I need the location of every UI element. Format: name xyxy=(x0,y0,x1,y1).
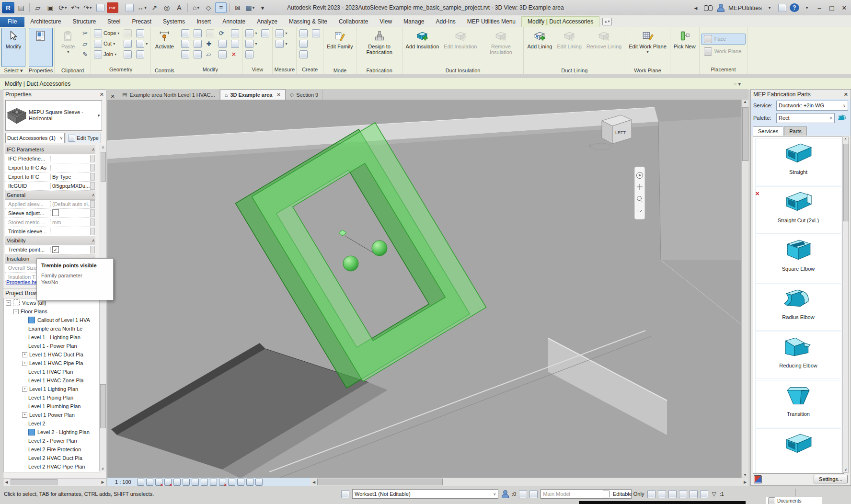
param-value[interactable]: 0i5gpqzMXDu... xyxy=(51,183,90,189)
app-store-icon[interactable] xyxy=(777,3,787,12)
tree-item-level-1-hvac-pipe-pla[interactable]: +Level 1 HVAC Pipe Pla xyxy=(4,359,100,367)
join-geometry-button[interactable]: Join▾ xyxy=(92,49,121,59)
tree-vertical-scrollbar[interactable]: ∨ xyxy=(99,298,106,471)
tree-item-level-1-hvac-plan[interactable]: Level 1 HVAC Plan xyxy=(4,367,100,376)
align-button[interactable] xyxy=(180,28,191,38)
measure-between-references-button[interactable]: ▾ xyxy=(274,28,288,38)
view-tab-close-icon[interactable]: ✕ xyxy=(107,93,118,100)
canvas-vertical-scrollbar[interactable]: ▲▼ xyxy=(741,100,748,478)
fabrication-config-icon[interactable] xyxy=(754,475,762,483)
tab-structure[interactable]: Structure xyxy=(67,17,102,27)
tree-item-level-2-hvac-pipe-plan[interactable]: Level 2 HVAC Pipe Plan xyxy=(4,462,100,471)
pick-new-button[interactable]: Pick New xyxy=(672,28,698,67)
edit-work-plane-button[interactable]: Edit Work Plane▾ xyxy=(627,28,668,67)
activate-button[interactable]: Activate xyxy=(152,28,176,67)
properties-scrollbar[interactable]: ∧ xyxy=(100,145,106,275)
edit-type-button[interactable]: Edit Type xyxy=(66,133,101,143)
worksharing-display-settings-icon[interactable] xyxy=(658,490,666,498)
apply-coping-button[interactable] xyxy=(122,28,133,38)
properties-close-icon[interactable]: ✕ xyxy=(100,92,104,98)
paste-button[interactable]: Paste▾ xyxy=(56,28,80,67)
close-inactive-views-icon[interactable]: ⊠ xyxy=(232,2,243,13)
worksets-icon[interactable] xyxy=(341,490,349,498)
split-face-button[interactable] xyxy=(122,49,133,59)
print-icon[interactable] xyxy=(94,2,106,13)
worksharing-display-icon[interactable] xyxy=(228,479,235,486)
tag-by-category-icon[interactable]: ◎ xyxy=(161,2,172,13)
move-button[interactable]: ✚ xyxy=(205,38,216,49)
tree-item-level-2-fire-protection[interactable]: Level 2 Fire Protection xyxy=(4,445,100,454)
param-equalize-box[interactable] xyxy=(90,173,95,181)
edit-insulation-button[interactable]: Edit Insulation xyxy=(442,28,479,67)
param-checkbox[interactable]: ✓ xyxy=(52,246,59,253)
ribbon-display-toggle[interactable]: ▴ ▾ xyxy=(602,18,612,25)
section-ifc-parameters[interactable]: IFC Parameters∧ xyxy=(5,145,95,154)
file-properties-icon[interactable]: ▤ xyxy=(15,2,27,13)
view-tab-section-9[interactable]: ◇Section 9 xyxy=(286,90,323,100)
edit-lining-button[interactable]: Edit Lining xyxy=(555,28,583,67)
part-item-transition[interactable]: Transition xyxy=(755,380,841,427)
switch-windows-icon[interactable]: ▦▾ xyxy=(244,2,256,13)
create-assembly-button[interactable] xyxy=(298,38,309,49)
tree-item-level-2-hvac-duct-pla[interactable]: Level 2 HVAC Duct Pla xyxy=(4,454,100,462)
account-icon[interactable] xyxy=(716,3,725,12)
tree-item-level-2-lighting-plan[interactable]: Level 2 - Lighting Plan xyxy=(4,428,100,436)
pin-button[interactable] xyxy=(205,28,216,38)
param-value[interactable]: By Type xyxy=(51,174,90,180)
tab-mep-utilities-menu[interactable]: MEP Utilities Menu xyxy=(461,17,521,27)
param-equalize-box[interactable] xyxy=(90,218,95,226)
tree-expander-icon[interactable]: + xyxy=(22,412,27,418)
type-selector[interactable]: MEPU Square Sleeve - Horizontal ▾ xyxy=(5,100,102,131)
tab-architecture[interactable]: Architecture xyxy=(24,17,67,27)
service-select[interactable]: Ductwork: +2in WG∨ xyxy=(776,101,848,111)
remove-lining-button[interactable]: Remove Lining xyxy=(585,28,623,67)
open-file-icon[interactable]: ▱ xyxy=(32,2,44,13)
tree-horizontal-scrollbar[interactable]: ◀▶ xyxy=(3,478,106,486)
mep-panel-close-icon[interactable]: ✕ xyxy=(844,92,848,98)
tree-item-level-1-plumbing-plan[interactable]: Level 1 Plumbing Plan xyxy=(4,402,100,411)
tab-annotate[interactable]: Annotate xyxy=(217,17,251,27)
tab-systems[interactable]: Systems xyxy=(157,17,191,27)
param-equalize-box[interactable] xyxy=(90,209,95,217)
wall-joins-button[interactable] xyxy=(122,38,133,49)
param-equalize-box[interactable] xyxy=(90,200,95,208)
minimize-button[interactable]: – xyxy=(815,3,824,12)
tab-collaborate[interactable]: Collaborate xyxy=(333,17,374,27)
unjoin-button[interactable]: ▾ xyxy=(135,38,149,49)
tree-expander-icon[interactable]: + xyxy=(22,361,27,366)
help-icon[interactable]: ? xyxy=(790,3,799,12)
scale-button[interactable] xyxy=(230,28,241,38)
measure-diagonal-icon[interactable]: ↗ xyxy=(149,2,160,13)
measure-along-element-button[interactable]: ▾ xyxy=(274,38,288,49)
search-icon[interactable] xyxy=(703,3,713,12)
redo-icon[interactable]: ↷▾ xyxy=(82,2,93,13)
crop-view-icon[interactable] xyxy=(183,479,190,486)
element-filter-select[interactable]: Duct Accessories (1) ∨ xyxy=(5,133,65,143)
drag-sphere-2[interactable] xyxy=(372,241,387,256)
sun-path-icon[interactable] xyxy=(155,479,162,486)
background-processes-icon[interactable] xyxy=(700,490,708,498)
communicate-icon[interactable] xyxy=(255,479,263,486)
thin-lines-icon[interactable]: ≡ xyxy=(215,2,227,13)
tree-expander-icon[interactable]: − xyxy=(13,309,19,314)
tab-analyze[interactable]: Analyze xyxy=(251,17,283,27)
param-value[interactable]: mm xyxy=(51,219,90,225)
tab-file[interactable]: File xyxy=(0,17,24,27)
filter-icon[interactable]: ▽ xyxy=(712,491,716,497)
view-scale[interactable]: 1 : 100 xyxy=(115,479,131,485)
override-graphics-button[interactable]: ▾ xyxy=(244,38,258,49)
view-tab-example-area-north-level-1-hvac[interactable]: ▤Example area North Level 1 HVAC... xyxy=(118,90,220,100)
add-lining-button[interactable]: Add Lining xyxy=(525,28,554,67)
visual-style-icon[interactable] xyxy=(146,479,153,486)
worksharing-request-icon[interactable] xyxy=(647,490,656,498)
placement-work-plane-button[interactable]: Work Plane xyxy=(701,46,746,57)
type-dropdown-icon[interactable]: ▾ xyxy=(96,113,102,118)
mep-tab-services[interactable]: Services xyxy=(753,126,783,136)
mep-tab-parts[interactable]: Parts xyxy=(784,126,807,136)
shadows-icon[interactable] xyxy=(164,479,172,486)
undo-icon[interactable]: ↶▾ xyxy=(69,2,81,13)
design-options-pick-icon[interactable] xyxy=(529,490,538,498)
manage-links-icon[interactable] xyxy=(679,490,687,498)
design-options-icon[interactable] xyxy=(519,490,527,498)
tree-item-level-1-hvac-zone-pla[interactable]: Level 1 HVAC Zone Pla xyxy=(4,376,100,385)
